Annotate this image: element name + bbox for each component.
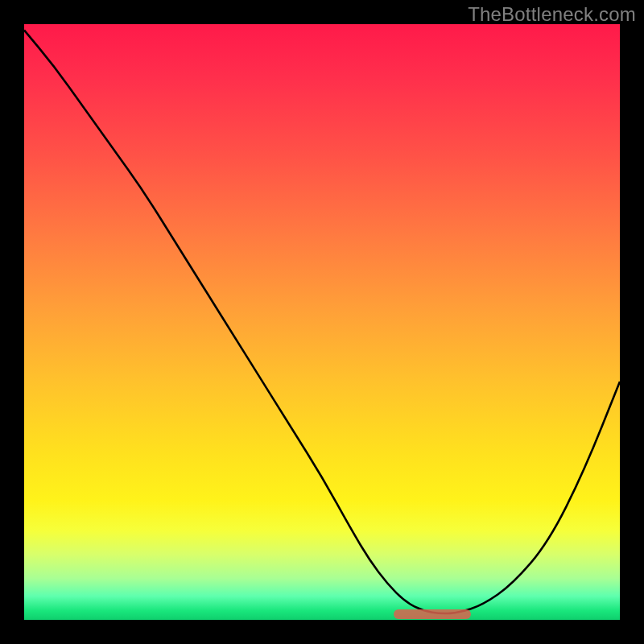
curve-svg [24, 24, 620, 620]
bottleneck-curve [24, 30, 620, 613]
watermark-text: TheBottleneck.com [468, 3, 636, 26]
plot-area [24, 24, 620, 620]
optimal-range-marker [394, 609, 471, 619]
chart-container: TheBottleneck.com [0, 0, 644, 644]
